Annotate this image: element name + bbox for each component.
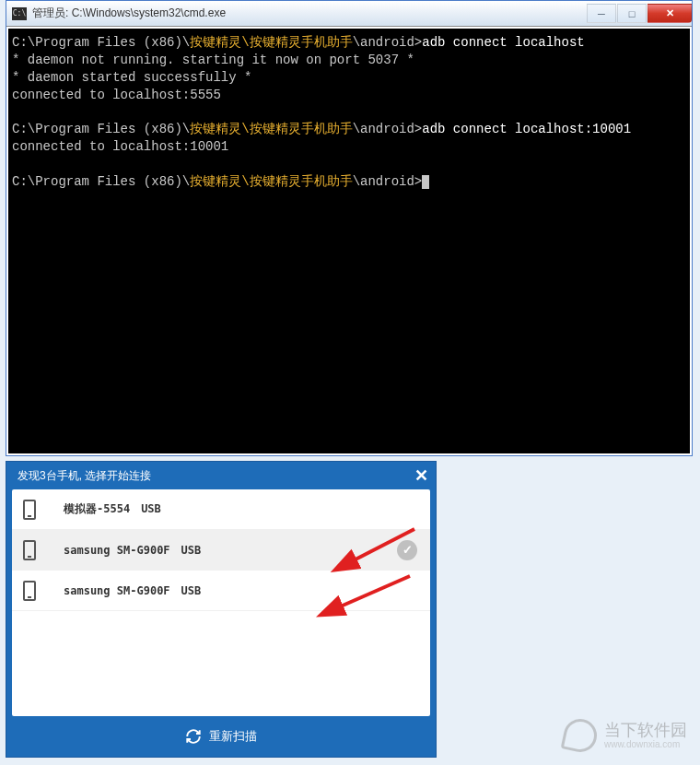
window-controls: ─ □ ✕: [586, 4, 692, 23]
device-item[interactable]: samsung SM-G900FUSB: [12, 571, 430, 611]
device-picker-window: 发现3台手机, 选择开始连接 ✕ 模拟器-5554USBsamsung SM-G…: [6, 461, 437, 758]
phone-icon: [23, 500, 36, 520]
device-label: samsung SM-G900FUSB: [64, 544, 201, 557]
device-label: samsung SM-G900FUSB: [64, 584, 201, 597]
watermark-url: www.downxia.com: [604, 739, 687, 749]
minimize-button[interactable]: ─: [587, 4, 616, 23]
titlebar[interactable]: C:\ 管理员: C:\Windows\system32\cmd.exe ─ □…: [6, 1, 692, 27]
device-item[interactable]: samsung SM-G900FUSB✓: [12, 530, 430, 571]
rescan-label: 重新扫描: [209, 728, 257, 745]
phone-icon: [23, 540, 36, 560]
refresh-icon: [185, 728, 202, 745]
device-picker-header: 发现3台手机, 选择开始连接 ✕: [6, 462, 436, 489]
check-icon: ✓: [397, 540, 417, 560]
watermark: 当下软件园 www.downxia.com: [564, 719, 687, 752]
maximize-button[interactable]: □: [617, 4, 647, 23]
terminal-output[interactable]: C:\Program Files (x86)\按键精灵\按键精灵手机助手\and…: [6, 27, 692, 455]
device-picker-title: 发现3台手机, 选择开始连接: [18, 468, 151, 484]
phone-icon: [23, 581, 36, 601]
rescan-button[interactable]: 重新扫描: [6, 716, 436, 757]
cmd-window: C:\ 管理员: C:\Windows\system32\cmd.exe ─ □…: [6, 0, 693, 456]
window-title: 管理员: C:\Windows\system32\cmd.exe: [32, 6, 586, 21]
device-item[interactable]: 模拟器-5554USB: [12, 489, 430, 530]
device-list: 模拟器-5554USBsamsung SM-G900FUSB✓samsung S…: [12, 489, 430, 716]
device-close-button[interactable]: ✕: [406, 462, 436, 489]
watermark-text: 当下软件园: [604, 722, 687, 740]
device-label: 模拟器-5554USB: [64, 501, 161, 517]
cmd-icon: C:\: [12, 7, 27, 20]
close-button[interactable]: ✕: [648, 4, 692, 23]
watermark-logo-icon: [561, 716, 601, 756]
